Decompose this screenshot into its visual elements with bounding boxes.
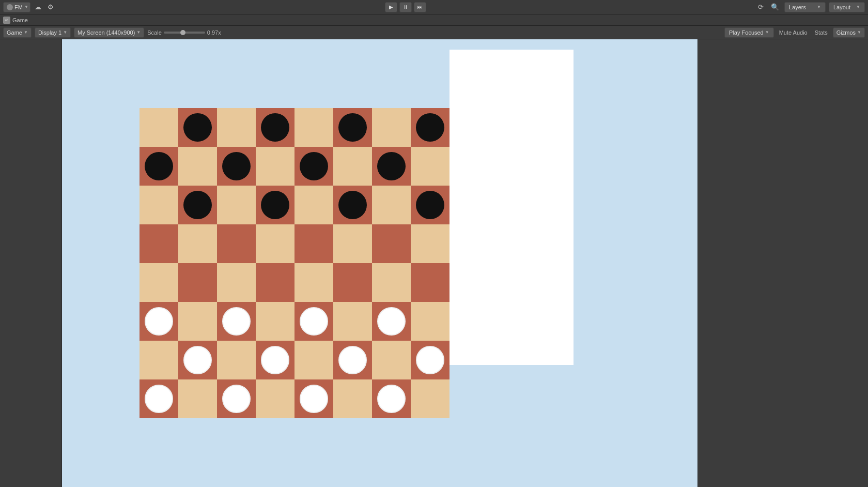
piece-black[interactable] (183, 113, 212, 142)
pause-button[interactable]: ⏸ (399, 2, 412, 12)
board-cell[interactable] (333, 224, 372, 263)
piece-white[interactable] (300, 385, 328, 413)
board-cell[interactable] (295, 224, 333, 263)
game-view-select[interactable]: Game ▼ (3, 27, 32, 38)
search-button[interactable]: 🔍 (769, 2, 781, 12)
piece-white[interactable] (183, 346, 212, 374)
board-cell[interactable] (256, 147, 295, 186)
play-focused-button[interactable]: Play Focused ▼ (724, 27, 774, 38)
display1-select[interactable]: Display 1 ▼ (35, 27, 71, 38)
piece-black[interactable] (261, 191, 289, 219)
board-cell[interactable] (217, 263, 256, 302)
settings-button[interactable]: ⚙ (45, 2, 56, 12)
board-cell[interactable] (295, 147, 333, 186)
piece-black[interactable] (377, 152, 406, 180)
board-cell[interactable] (217, 379, 256, 418)
file-menu-button[interactable]: FM ▼ (3, 2, 30, 12)
screen-size-select[interactable]: My Screen (1440x900) ▼ (74, 27, 144, 38)
board-cell[interactable] (295, 263, 333, 302)
board-cell[interactable] (178, 186, 217, 224)
piece-black[interactable] (183, 191, 212, 219)
board-cell[interactable] (372, 108, 411, 147)
game-tab[interactable]: ∞ Game (3, 17, 28, 24)
board-cell[interactable] (256, 379, 295, 418)
board-cell[interactable] (178, 379, 217, 418)
board-cell[interactable] (256, 341, 295, 379)
board-cell[interactable] (372, 379, 411, 418)
board-cell[interactable] (295, 302, 333, 341)
board-cell[interactable] (372, 263, 411, 302)
piece-white[interactable] (377, 307, 406, 336)
board-cell[interactable] (411, 379, 450, 418)
piece-black[interactable] (338, 191, 367, 219)
board-cell[interactable] (178, 341, 217, 379)
board-cell[interactable] (333, 263, 372, 302)
board-cell[interactable] (295, 108, 333, 147)
piece-black[interactable] (416, 191, 444, 219)
board-cell[interactable] (217, 147, 256, 186)
layers-dropdown[interactable]: Layers ▼ (784, 2, 826, 12)
board-cell[interactable] (178, 108, 217, 147)
board-cell[interactable] (372, 302, 411, 341)
board-cell[interactable] (372, 224, 411, 263)
board-cell[interactable] (178, 224, 217, 263)
board-cell[interactable] (140, 302, 178, 341)
board-cell[interactable] (295, 379, 333, 418)
board-cell[interactable] (178, 302, 217, 341)
piece-black[interactable] (261, 113, 289, 142)
board-cell[interactable] (140, 224, 178, 263)
history-button[interactable]: ⟳ (756, 2, 766, 12)
board-cell[interactable] (333, 147, 372, 186)
board-cell[interactable] (256, 108, 295, 147)
board-cell[interactable] (295, 341, 333, 379)
piece-white[interactable] (300, 307, 328, 336)
board-cell[interactable] (217, 224, 256, 263)
stats-button[interactable]: Stats (813, 29, 830, 36)
board-cell[interactable] (333, 302, 372, 341)
board-cell[interactable] (372, 341, 411, 379)
board-cell[interactable] (333, 379, 372, 418)
board-cell[interactable] (411, 263, 450, 302)
board-cell[interactable] (372, 186, 411, 224)
scale-slider[interactable] (164, 32, 205, 34)
board-cell[interactable] (411, 224, 450, 263)
piece-black[interactable] (300, 152, 328, 180)
board-cell[interactable] (295, 186, 333, 224)
board-cell[interactable] (411, 108, 450, 147)
piece-black[interactable] (338, 113, 367, 142)
board-cell[interactable] (217, 186, 256, 224)
step-button[interactable]: ⏭ (414, 2, 426, 12)
piece-white[interactable] (145, 307, 173, 336)
board-cell[interactable] (411, 147, 450, 186)
board-cell[interactable] (140, 186, 178, 224)
piece-white[interactable] (416, 346, 444, 374)
piece-black[interactable] (416, 113, 444, 142)
board-cell[interactable] (217, 341, 256, 379)
board-cell[interactable] (178, 263, 217, 302)
board-cell[interactable] (333, 341, 372, 379)
cloud-button[interactable]: ☁ (33, 2, 43, 12)
gizmos-button[interactable]: Gizmos ▼ (833, 27, 865, 38)
piece-white[interactable] (222, 307, 251, 336)
board-cell[interactable] (140, 147, 178, 186)
mute-audio-button[interactable]: Mute Audio (777, 29, 810, 36)
piece-white[interactable] (222, 385, 251, 413)
board-cell[interactable] (256, 186, 295, 224)
board-cell[interactable] (217, 302, 256, 341)
board-cell[interactable] (333, 186, 372, 224)
board-cell[interactable] (140, 108, 178, 147)
board-cell[interactable] (256, 302, 295, 341)
layout-dropdown[interactable]: Layout ▼ (829, 2, 865, 12)
play-button[interactable]: ▶ (385, 2, 397, 12)
board-cell[interactable] (411, 302, 450, 341)
piece-white[interactable] (377, 385, 406, 413)
board-cell[interactable] (372, 147, 411, 186)
piece-white[interactable] (261, 346, 289, 374)
board-cell[interactable] (411, 186, 450, 224)
board-cell[interactable] (140, 263, 178, 302)
board-cell[interactable] (411, 341, 450, 379)
piece-white[interactable] (145, 385, 173, 413)
board-cell[interactable] (217, 108, 256, 147)
board-cell[interactable] (256, 263, 295, 302)
piece-black[interactable] (145, 152, 173, 180)
